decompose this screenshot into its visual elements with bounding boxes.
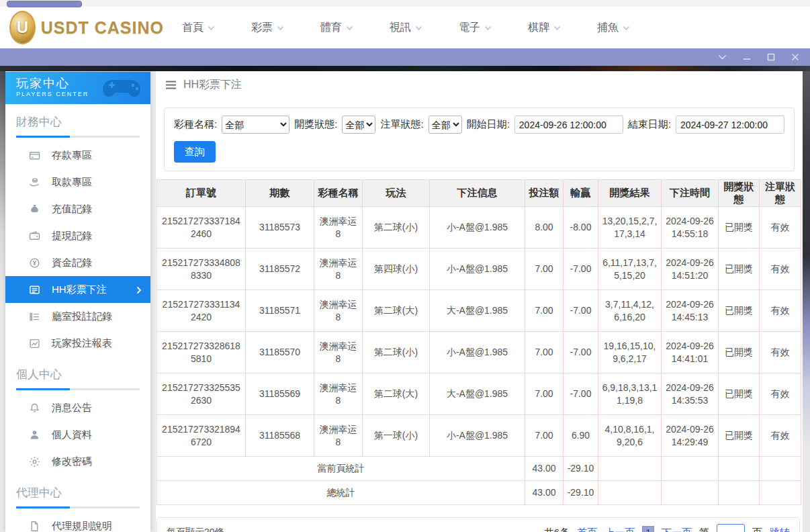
sidebar-item-recharge-record[interactable]: 充值記錄 (5, 195, 150, 222)
browser-tab[interactable] (7, 1, 82, 7)
page-size-label: 每頁顯示20條 (167, 527, 224, 532)
bets-table: 訂單號期數彩種名稱玩法下注信息投注額輸贏開獎結果下注時間開獎狀態注單狀態 215… (156, 179, 801, 505)
top-strip (0, 0, 810, 7)
chevron-down-icon (623, 21, 630, 34)
main-nav: 首頁彩票體育視訊電子棋牌捕魚 (164, 21, 810, 35)
close-button[interactable] (791, 53, 799, 61)
cell-order: 2152172733371842460 (157, 207, 246, 249)
sidebar-item-withdraw[interactable]: 取款專區 (5, 169, 150, 195)
order-status-filter-label: 注單狀態: (380, 118, 423, 131)
cell-order_status: 有效 (760, 373, 801, 415)
cell-play: 第四球(小) (363, 249, 430, 290)
right-gutter (803, 71, 810, 532)
lottery-select[interactable]: 全部 (222, 116, 289, 134)
sidebar-item-player-bet-report[interactable]: 玩家投注報表 (5, 330, 150, 357)
nav-item-fishing[interactable]: 捕魚 (579, 21, 648, 35)
sidebar-sections: 財務中心存款專區取款專區充值記錄提現記錄資金記錄HH彩票下注廳室投註記錄玩家投注… (5, 114, 150, 532)
cell-play: 第二球(小) (363, 207, 430, 249)
empty-cell (719, 457, 760, 481)
prev-page-link[interactable]: 上一页 (604, 527, 635, 532)
sidebar-item-withdrawal-record[interactable]: 提現記錄 (5, 222, 150, 249)
page-summary-label: 當前頁統計 (157, 457, 525, 481)
cell-info: 小-A盤@1.985 (430, 249, 525, 290)
person-icon (28, 429, 40, 441)
sidebar-item-label: 玩家投注報表 (52, 337, 112, 350)
sidebar-item-funds-record[interactable]: 資金記錄 (5, 249, 150, 276)
empty-cell (598, 457, 662, 481)
nav-item-label: 棋牌 (528, 21, 549, 35)
draw-status-select[interactable]: 全部 (342, 116, 375, 134)
lottery-filter-label: 彩種名稱: (174, 118, 217, 131)
section-underline (16, 388, 140, 390)
first-page-link[interactable]: 首页 (577, 527, 597, 532)
sidebar-item-label: 提現記錄 (52, 230, 92, 242)
sidebar: 玩家中心 PLAYERS CENTER 財務中心存款專區取款專區充值記錄提現記錄… (5, 72, 150, 532)
sidebar-section-title: 財務中心 (16, 114, 140, 130)
total-summary-label: 總統計 (157, 481, 525, 505)
nav-item-sports[interactable]: 體育 (302, 21, 371, 35)
cell-period: 31185571 (246, 290, 314, 332)
sidebar-item-agent-rules[interactable]: 代理規則說明 (5, 513, 150, 532)
sidebar-item-room-bet-record[interactable]: 廳室投註記錄 (5, 303, 150, 330)
cell-draw_status: 已開獎 (719, 373, 760, 415)
cell-lottery: 澳洲幸运8 (314, 290, 363, 332)
sidebar-item-label: 廳室投註記錄 (52, 310, 112, 323)
sidebar-section-title: 代理中心 (16, 485, 140, 500)
cell-play: 第二球(大) (363, 290, 430, 332)
app-window: U USDT CASINO 首頁彩票體育視訊電子棋牌捕魚 玩家中心 PLAYER… (0, 0, 810, 532)
sidebar-item-hh-lottery-bets[interactable]: HH彩票下注 (5, 276, 150, 303)
sidebar-item-label: HH彩票下注 (52, 283, 107, 296)
window-titlebar (0, 48, 810, 66)
sidebar-item-label: 消息公告 (52, 402, 92, 414)
cell-draw_status: 已開獎 (719, 415, 760, 457)
next-page-link[interactable]: 下一页 (662, 527, 692, 532)
total-summary-amount: 43.00 (525, 481, 564, 505)
cell-order: 2152172733255352630 (157, 373, 246, 415)
chevron-down-icon (415, 21, 422, 34)
cell-result: 3,7,11,4,12,6,16,20 (598, 290, 662, 332)
sidebar-section-items: 代理規則說明 (5, 513, 150, 532)
cell-time: 2024-09-26 14:45:13 (662, 290, 719, 332)
cell-info: 小-A盤@1.985 (430, 332, 525, 373)
nav-item-board-games[interactable]: 棋牌 (510, 21, 579, 35)
maximize-button[interactable] (767, 53, 775, 61)
current-page[interactable]: 1 (642, 526, 654, 532)
collapse-button[interactable] (718, 54, 727, 60)
pagination-bar: 每頁顯示20條 共6条 首页 上一页 1 下一页 第 页 跳转 (156, 517, 800, 532)
empty-cell (662, 481, 719, 505)
nav-item-slots[interactable]: 電子 (441, 21, 510, 35)
cell-result: 13,20,15,2,7,17,3,14 (598, 207, 662, 249)
cell-period: 31185569 (246, 373, 314, 415)
page-summary-amount: 43.00 (525, 457, 564, 481)
column-header: 期數 (246, 180, 314, 207)
cell-amount: 8.00 (525, 207, 564, 249)
chevron-down-icon (484, 21, 492, 34)
cell-order_status: 有效 (760, 332, 801, 373)
start-date-label: 開始日期: (467, 118, 510, 131)
nav-item-home[interactable]: 首頁 (164, 21, 233, 35)
cell-lottery: 澳洲幸运8 (314, 207, 363, 249)
page-jump-input[interactable] (717, 524, 745, 532)
jump-link[interactable]: 跳转 (770, 527, 790, 532)
sidebar-item-deposit[interactable]: 存款專區 (5, 142, 150, 169)
sidebar-item-profile[interactable]: 個人資料 (5, 421, 150, 448)
nav-item-video[interactable]: 視訊 (371, 21, 441, 35)
menu-icon[interactable] (165, 81, 177, 89)
end-date-input[interactable] (676, 116, 784, 134)
cell-play: 第二球(小) (363, 332, 430, 373)
chevron-down-icon (346, 21, 353, 34)
minimize-button[interactable] (743, 53, 751, 61)
sidebar-item-change-password[interactable]: 修改密碼 (5, 448, 150, 475)
nav-item-label: 體育 (320, 21, 342, 35)
cell-winloss: -7.00 (564, 332, 598, 373)
start-date-input[interactable] (514, 116, 623, 134)
brand-logo[interactable]: U USDT CASINO (9, 11, 164, 44)
cell-result: 6,9,18,3,13,11,19,8 (598, 373, 662, 415)
query-button[interactable]: 查詢 (174, 141, 216, 163)
page-title: HH彩票下注 (183, 78, 242, 92)
nav-item-lottery[interactable]: 彩票 (233, 21, 302, 35)
order-status-select[interactable]: 全部 (429, 116, 462, 134)
sidebar-item-announcements[interactable]: 消息公告 (5, 394, 150, 421)
cell-amount: 7.00 (525, 332, 564, 373)
cell-time: 2024-09-26 14:41:01 (662, 332, 719, 373)
